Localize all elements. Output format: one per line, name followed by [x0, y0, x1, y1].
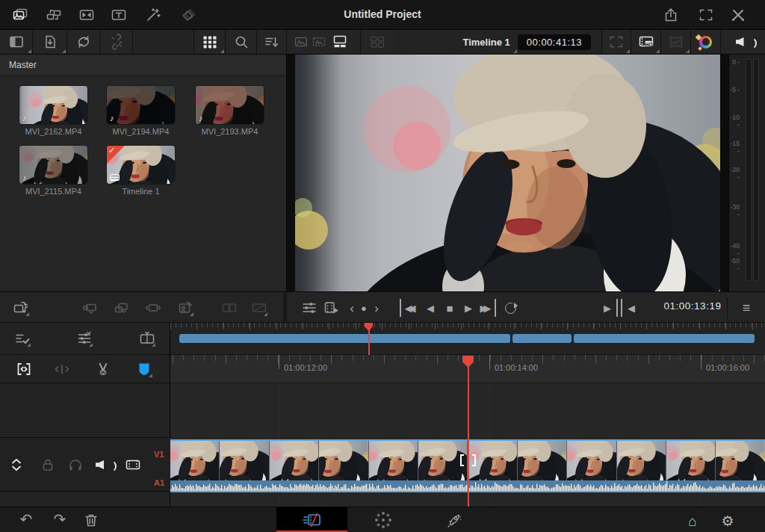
- tools-icon[interactable]: [729, 6, 747, 24]
- stop-button[interactable]: ■: [441, 299, 459, 317]
- unlink-button[interactable]: [100, 30, 133, 54]
- redo-button[interactable]: ↷: [51, 510, 69, 528]
- bottom-bar: ↶ ↷ ⌂ ⚙: [0, 507, 765, 532]
- enhance-button[interactable]: [661, 30, 691, 54]
- viewer[interactable]: [287, 55, 728, 291]
- home-icon: ⌂: [688, 514, 696, 528]
- audio-track-label[interactable]: A1: [154, 478, 164, 487]
- go-to-start-button[interactable]: ◀◀: [400, 299, 418, 317]
- overview-ticks-major: [170, 323, 765, 330]
- proxy-quality-button[interactable]: HQ: [631, 30, 661, 54]
- enhance-icon: [667, 33, 685, 51]
- play-reverse-button[interactable]: ◀: [421, 299, 439, 317]
- layers-icon[interactable]: [180, 6, 198, 24]
- clip-name: MVI_2194.MP4: [97, 127, 185, 136]
- playback-settings-icon[interactable]: [300, 299, 318, 317]
- track-height-button[interactable]: [7, 456, 25, 474]
- media-clip-thumbnail[interactable]: ♪: [107, 86, 175, 124]
- multiview-button[interactable]: [361, 30, 394, 54]
- bin-header[interactable]: Master: [0, 55, 286, 76]
- titles-icon[interactable]: [110, 6, 128, 24]
- transition-cut-button[interactable]: [220, 299, 238, 317]
- media-clip-thumbnail[interactable]: ♪: [196, 86, 264, 124]
- safe-area-button[interactable]: [601, 30, 631, 54]
- previous-edit-button[interactable]: ◀: [621, 299, 639, 317]
- transition-dissolve-button[interactable]: [250, 299, 268, 317]
- timeline-options-button[interactable]: ≡: [737, 299, 755, 317]
- fullscreen-icon[interactable]: [697, 6, 715, 24]
- razor-button[interactable]: [94, 360, 112, 378]
- replace-clip-button[interactable]: [144, 299, 162, 317]
- viewer-mode-filmstrip-button[interactable]: [309, 30, 328, 54]
- audio-monitor-button[interactable]: [721, 30, 765, 54]
- ruler-timecode-label: 01:00:12:00: [284, 363, 327, 372]
- sync-button[interactable]: [67, 30, 100, 54]
- track-lock-button[interactable]: [39, 456, 57, 474]
- media-clip-thumbnail[interactable]: ♪: [19, 146, 87, 184]
- next-edit-button[interactable]: ▶: [600, 299, 618, 317]
- checklist-button[interactable]: [13, 330, 31, 347]
- transitions-icon[interactable]: [78, 6, 96, 24]
- append-clip-button[interactable]: [12, 299, 30, 317]
- timeline-option-row: [0, 323, 170, 355]
- flag-marker-button[interactable]: [135, 360, 153, 378]
- sort-icon: [263, 33, 281, 51]
- timeline-area: 01:00:12:00 01:00:14:00 01:00:16:00: [170, 323, 765, 507]
- trim-mode-button[interactable]: [15, 360, 33, 378]
- search-button[interactable]: [226, 30, 257, 54]
- frame-brackets-icon: [607, 33, 625, 51]
- play-button[interactable]: ▶: [459, 299, 477, 317]
- settings-button[interactable]: ⚙: [719, 512, 737, 530]
- viewer-timecode[interactable]: 00:00:41:13: [518, 30, 601, 54]
- delete-button[interactable]: [82, 511, 100, 529]
- timeline-overview[interactable]: [170, 323, 765, 355]
- preview-scrub-icon[interactable]: [323, 299, 341, 317]
- mute-speaker-button[interactable]: [94, 456, 112, 474]
- tab-color-page[interactable]: [347, 507, 418, 532]
- timeline-timecode[interactable]: 01:00:13:19: [657, 300, 728, 312]
- picture-in-picture-button[interactable]: [176, 299, 194, 317]
- insert-clip-button[interactable]: [112, 299, 130, 317]
- timeline-selector[interactable]: Timeline 1: [455, 30, 517, 54]
- effects-wand-icon[interactable]: [144, 6, 162, 24]
- color-grade-button[interactable]: [691, 30, 721, 54]
- undo-button[interactable]: ↶: [17, 510, 35, 528]
- play-reverse-icon: ◀: [427, 303, 434, 313]
- sort-button[interactable]: [257, 30, 287, 54]
- meter-scale-label: -50: [729, 257, 740, 272]
- overwrite-clip-button[interactable]: [81, 299, 99, 317]
- sidebar-toggle-button[interactable]: [0, 30, 33, 54]
- check-icon: ✓: [108, 146, 115, 155]
- home-button[interactable]: ⌂: [684, 512, 701, 530]
- loop-button[interactable]: [501, 299, 519, 317]
- media-pool-page-icon[interactable]: [11, 6, 29, 24]
- overview-clip-segment[interactable]: [179, 334, 510, 343]
- tab-cut-page[interactable]: [276, 507, 347, 532]
- overview-playhead[interactable]: [365, 323, 373, 355]
- slip-mode-button[interactable]: [53, 360, 71, 378]
- import-media-button[interactable]: [33, 30, 67, 54]
- overview-clip-segment[interactable]: [512, 334, 572, 343]
- viewer-mode-timeline-button[interactable]: [328, 30, 352, 54]
- scrub-right-button[interactable]: ›: [368, 299, 385, 317]
- overview-clip-segment[interactable]: [574, 334, 755, 343]
- export-share-icon[interactable]: [662, 6, 680, 24]
- viewer-mode-image-button[interactable]: [287, 30, 309, 54]
- clip-name: Timeline 1: [97, 187, 185, 196]
- grid-view-button[interactable]: [194, 30, 226, 54]
- video-track-label[interactable]: V1: [154, 450, 164, 459]
- timeline-left-column: V1 A1: [0, 323, 170, 507]
- video-enable-button[interactable]: [124, 456, 142, 474]
- meter-scale-label: -20: [729, 166, 740, 181]
- go-to-end-button[interactable]: ▶▶: [478, 299, 496, 317]
- track-controls: V1 A1: [0, 437, 170, 492]
- timeline-settings-button[interactable]: [75, 330, 93, 347]
- menu-icon: ≡: [743, 301, 751, 315]
- solo-headphones-button[interactable]: [66, 456, 84, 474]
- razor-strip-button[interactable]: [138, 330, 156, 347]
- media-clip-thumbnail[interactable]: ♪: [19, 86, 87, 124]
- timeline-thumbnail[interactable]: ✓: [107, 146, 175, 184]
- playhead[interactable]: [462, 355, 474, 507]
- clip-swap-icon[interactable]: [45, 6, 63, 24]
- tab-deliver-page[interactable]: [418, 507, 489, 532]
